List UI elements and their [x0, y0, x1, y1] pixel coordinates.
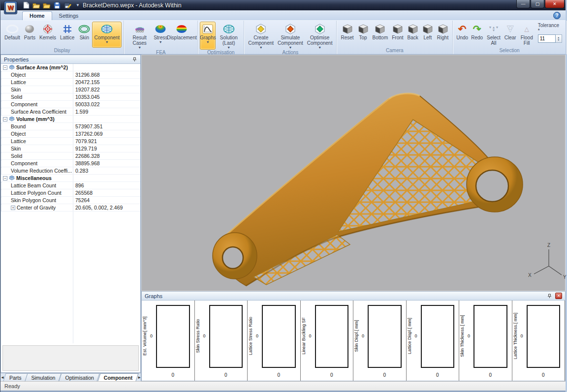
- tab-parts[interactable]: Parts: [4, 373, 27, 381]
- collapse-icon[interactable]: −: [3, 65, 7, 70]
- tab-settings[interactable]: Settings: [52, 12, 86, 20]
- property-value: 20472.155: [73, 79, 140, 85]
- new-file-icon[interactable]: [22, 1, 30, 9]
- property-row[interactable]: Lattice20472.155: [1, 79, 140, 86]
- property-row[interactable]: Component38895.968: [1, 160, 140, 167]
- camera-bottom-button[interactable]: Bottom: [371, 22, 390, 48]
- collapse-icon[interactable]: −: [3, 117, 7, 121]
- camera-front-button[interactable]: Front: [390, 22, 405, 48]
- maximize-button[interactable]: ▢: [531, 0, 544, 8]
- optimise-component-button[interactable]: Optimise Component ▼: [305, 22, 335, 50]
- kernels-button[interactable]: Kernels: [37, 22, 58, 48]
- graph-ylabel: Lattice Displ.[ mm]: [407, 318, 412, 354]
- graph-ylabel: Skin Stress Ratio: [195, 319, 200, 353]
- property-value: 137262.069: [73, 131, 140, 137]
- property-row[interactable]: Volume Reduction Coeffi...0.283: [1, 167, 140, 175]
- collapse-icon[interactable]: −: [3, 176, 7, 181]
- graph-cell: Skin Displ.[ mm]00: [353, 301, 407, 381]
- close-button[interactable]: ✕: [545, 0, 565, 8]
- tolerance-control: Tolerance * ▲▼: [536, 22, 564, 48]
- expand-icon[interactable]: +: [11, 206, 15, 210]
- property-group-row[interactable]: −Volume (mm^3): [1, 116, 140, 123]
- dropdown-arrow-icon: ▼: [138, 46, 141, 49]
- graph-ytick: 0: [203, 333, 206, 338]
- graphs-button[interactable]: Graphs ▼: [200, 22, 216, 50]
- save-icon[interactable]: [53, 1, 61, 9]
- property-row[interactable]: Skin19207.822: [1, 86, 140, 93]
- ribbon-group-actions: Create Component ▼ Simulate Component ▼ …: [244, 21, 337, 54]
- bracket-model[interactable]: Z X Y: [141, 55, 567, 291]
- lattice-button[interactable]: Lattice: [58, 22, 76, 48]
- graph-ylabel: Lattice Thickness.[ mm]: [513, 313, 518, 359]
- graph-plot-area: [209, 305, 243, 368]
- camera-left-button[interactable]: Left: [420, 22, 435, 48]
- pin-icon[interactable]: [546, 293, 552, 299]
- property-row[interactable]: Surface Area Coefficient1.599: [1, 108, 140, 116]
- save-as-icon[interactable]: [63, 1, 71, 9]
- property-row[interactable]: Object137262.069: [1, 130, 140, 138]
- graph-xtick: 0: [368, 372, 402, 378]
- property-group-row[interactable]: −Miscellaneous: [1, 175, 140, 182]
- ribbon-group-display: Default Parts Kernels Lattice Skin: [0, 21, 124, 54]
- component-button[interactable]: Component ▼: [92, 22, 122, 48]
- application-window: W ▼ BracketDemo.wepx - Autodesk Within —…: [0, 0, 567, 392]
- camera-back-button[interactable]: Back: [406, 22, 420, 48]
- graph-plot-area: [473, 305, 507, 368]
- camera-top-button[interactable]: Top: [356, 22, 371, 48]
- solution-last-button[interactable]: Solution (Last) ▼: [216, 22, 242, 50]
- tab-simulation[interactable]: Simulation: [26, 373, 60, 381]
- graphs-header: Graphs ✕: [142, 292, 565, 301]
- ribbon-group-selection: ↶ Undo ↷ Redo ▼▲▼▼ Select All ▽▽▽ Clear …: [453, 21, 567, 54]
- tolerance-input[interactable]: [538, 34, 556, 43]
- help-icon[interactable]: ?: [553, 12, 561, 19]
- category-icon: [9, 176, 15, 181]
- redo-button[interactable]: ↷ Redo: [470, 22, 484, 48]
- close-panel-icon[interactable]: ✕: [555, 293, 562, 299]
- skin-button[interactable]: Skin: [76, 22, 92, 48]
- create-component-button[interactable]: Create Component ▼: [246, 22, 276, 50]
- camera-reset-button[interactable]: Reset: [339, 22, 355, 48]
- property-row[interactable]: Solid22686.328: [1, 152, 140, 160]
- clear-selection-button[interactable]: ▽▽▽ Clear: [503, 22, 518, 48]
- undo-button[interactable]: ↶ Undo: [455, 22, 470, 48]
- pin-icon[interactable]: [131, 57, 137, 62]
- default-button[interactable]: Default: [2, 22, 22, 48]
- property-row[interactable]: Lattice Beam Count896: [1, 182, 140, 189]
- property-row[interactable]: +Center of Gravity20.605, 0.002, 2.469: [1, 204, 140, 211]
- property-row[interactable]: Object31296.868: [1, 71, 140, 79]
- minimize-button[interactable]: —: [516, 0, 530, 8]
- result-cases-button[interactable]: Result Cases ▼: [126, 22, 153, 50]
- property-row[interactable]: Solid10353.045: [1, 93, 140, 101]
- flood-fill-button[interactable]: △ Flood Fill: [518, 22, 536, 48]
- title-bar[interactable]: W ▼ BracketDemo.wepx - Autodesk Within —…: [0, 0, 566, 10]
- import-file-icon[interactable]: [43, 1, 51, 9]
- property-row[interactable]: Lattice Polygon Count265568: [1, 189, 140, 197]
- camera-right-button[interactable]: Right: [435, 22, 450, 48]
- graph-cell: Lattice Displ.[ mm]00: [407, 301, 460, 381]
- properties-panel: Properties −Surface Area (mm^2)Object312…: [0, 55, 141, 373]
- tab-optimisation[interactable]: Optimisation: [60, 373, 98, 381]
- property-row[interactable]: Skin Polygon Count75264: [1, 197, 140, 204]
- property-row[interactable]: Lattice7079.921: [1, 138, 140, 145]
- tab-home[interactable]: Home: [22, 11, 52, 20]
- tolerance-spinner[interactable]: ▲▼: [556, 34, 562, 43]
- stress-button[interactable]: Stress ▼: [153, 22, 168, 50]
- application-menu-button[interactable]: W: [4, 1, 17, 14]
- property-row[interactable]: Component50033.022: [1, 101, 140, 108]
- graph-ylabel: Skin Displ.[ mm]: [354, 320, 359, 352]
- property-row[interactable]: Skin9129.719: [1, 145, 140, 152]
- open-file-icon[interactable]: [32, 1, 40, 9]
- undo-arrow-icon: ↶: [458, 23, 467, 35]
- parts-button[interactable]: Parts: [22, 22, 37, 48]
- property-group-row[interactable]: −Surface Area (mm^2): [1, 64, 140, 71]
- graph-xtick: 0: [315, 372, 349, 378]
- simulate-component-button[interactable]: Simulate Component ▼: [276, 22, 305, 50]
- qat-dropdown-icon[interactable]: ▼: [76, 3, 80, 7]
- tab-component[interactable]: Component: [99, 373, 137, 381]
- property-row[interactable]: Bound573907.351: [1, 123, 140, 130]
- dropdown-arrow-icon: ▼: [318, 46, 321, 49]
- property-description-box: [2, 345, 139, 371]
- viewport-3d[interactable]: Z X Y: [141, 55, 566, 291]
- select-all-button[interactable]: ▼▲▼▼ Select All: [484, 22, 503, 48]
- displacement-button[interactable]: Displacement: [168, 22, 196, 50]
